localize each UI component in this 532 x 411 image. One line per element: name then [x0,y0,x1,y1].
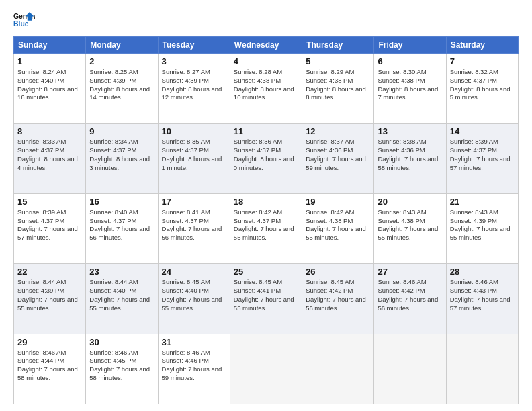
day-number: 7 [450,56,515,66]
day-number: 16 [89,197,154,207]
calendar-cell: 12Sunrise: 8:37 AM Sunset: 4:36 PM Dayli… [302,124,374,193]
calendar-cell [230,334,302,404]
calendar-week-1: 1Sunrise: 8:24 AM Sunset: 4:40 PM Daylig… [14,54,519,124]
cell-sun-info: Sunrise: 8:27 AM Sunset: 4:39 PM Dayligh… [162,68,226,102]
logo-icon: General Blue [13,11,35,30]
cell-sun-info: Sunrise: 8:35 AM Sunset: 4:37 PM Dayligh… [162,138,226,172]
day-number: 23 [89,267,154,277]
calendar-cell: 22Sunrise: 8:44 AM Sunset: 4:39 PM Dayli… [14,264,86,334]
calendar-table: SundayMondayTuesdayWednesdayThursdayFrid… [13,36,519,404]
cell-sun-info: Sunrise: 8:45 AM Sunset: 4:42 PM Dayligh… [306,278,370,312]
cell-sun-info: Sunrise: 8:42 AM Sunset: 4:37 PM Dayligh… [234,208,298,242]
day-number: 29 [17,337,82,347]
cell-sun-info: Sunrise: 8:32 AM Sunset: 4:37 PM Dayligh… [450,68,515,102]
day-number: 22 [17,267,82,277]
calendar-cell: 23Sunrise: 8:44 AM Sunset: 4:40 PM Dayli… [86,264,158,334]
day-number: 26 [306,267,370,277]
weekday-header-row: SundayMondayTuesdayWednesdayThursdayFrid… [14,37,519,54]
calendar-cell: 15Sunrise: 8:39 AM Sunset: 4:37 PM Dayli… [14,193,86,263]
page-header: General Blue [13,11,519,30]
calendar-cell: 5Sunrise: 8:29 AM Sunset: 4:38 PM Daylig… [302,54,374,124]
cell-sun-info: Sunrise: 8:46 AM Sunset: 4:44 PM Dayligh… [17,349,82,383]
logo: General Blue [13,11,35,30]
cell-sun-info: Sunrise: 8:33 AM Sunset: 4:37 PM Dayligh… [17,138,82,172]
cell-sun-info: Sunrise: 8:36 AM Sunset: 4:37 PM Dayligh… [234,138,298,172]
cell-sun-info: Sunrise: 8:29 AM Sunset: 4:38 PM Dayligh… [306,68,370,102]
calendar-cell [446,334,518,404]
calendar-cell: 3Sunrise: 8:27 AM Sunset: 4:39 PM Daylig… [158,54,230,124]
calendar-cell: 7Sunrise: 8:32 AM Sunset: 4:37 PM Daylig… [446,54,518,124]
cell-sun-info: Sunrise: 8:24 AM Sunset: 4:40 PM Dayligh… [17,68,82,102]
calendar-cell [302,334,374,404]
cell-sun-info: Sunrise: 8:39 AM Sunset: 4:37 PM Dayligh… [450,138,515,172]
day-number: 5 [306,56,370,66]
cell-sun-info: Sunrise: 8:28 AM Sunset: 4:38 PM Dayligh… [234,68,298,102]
cell-sun-info: Sunrise: 8:39 AM Sunset: 4:37 PM Dayligh… [17,208,82,242]
cell-sun-info: Sunrise: 8:40 AM Sunset: 4:37 PM Dayligh… [89,208,154,242]
cell-sun-info: Sunrise: 8:42 AM Sunset: 4:38 PM Dayligh… [306,208,370,242]
cell-sun-info: Sunrise: 8:44 AM Sunset: 4:39 PM Dayligh… [17,278,82,312]
weekday-header-friday: Friday [374,37,446,54]
calendar-cell: 18Sunrise: 8:42 AM Sunset: 4:37 PM Dayli… [230,193,302,263]
day-number: 30 [89,337,154,347]
calendar-cell: 10Sunrise: 8:35 AM Sunset: 4:37 PM Dayli… [158,124,230,193]
day-number: 28 [450,267,515,277]
cell-sun-info: Sunrise: 8:46 AM Sunset: 4:43 PM Dayligh… [450,278,515,312]
weekday-header-wednesday: Wednesday [230,37,302,54]
calendar-cell: 6Sunrise: 8:30 AM Sunset: 4:38 PM Daylig… [374,54,446,124]
calendar-cell: 24Sunrise: 8:45 AM Sunset: 4:40 PM Dayli… [158,264,230,334]
cell-sun-info: Sunrise: 8:38 AM Sunset: 4:36 PM Dayligh… [378,138,442,172]
day-number: 11 [234,126,298,136]
day-number: 31 [162,337,226,347]
calendar-cell: 4Sunrise: 8:28 AM Sunset: 4:38 PM Daylig… [230,54,302,124]
day-number: 27 [378,267,442,277]
day-number: 14 [450,126,515,136]
day-number: 12 [306,126,370,136]
calendar-cell: 27Sunrise: 8:46 AM Sunset: 4:42 PM Dayli… [374,264,446,334]
weekday-header-saturday: Saturday [446,37,518,54]
cell-sun-info: Sunrise: 8:34 AM Sunset: 4:37 PM Dayligh… [89,138,154,172]
calendar-cell: 20Sunrise: 8:43 AM Sunset: 4:38 PM Dayli… [374,193,446,263]
day-number: 17 [162,197,226,207]
calendar-cell: 30Sunrise: 8:46 AM Sunset: 4:45 PM Dayli… [86,334,158,404]
day-number: 25 [234,267,298,277]
cell-sun-info: Sunrise: 8:45 AM Sunset: 4:40 PM Dayligh… [162,278,226,312]
calendar-cell: 14Sunrise: 8:39 AM Sunset: 4:37 PM Dayli… [446,124,518,193]
cell-sun-info: Sunrise: 8:25 AM Sunset: 4:39 PM Dayligh… [89,68,154,102]
calendar-week-3: 15Sunrise: 8:39 AM Sunset: 4:37 PM Dayli… [14,193,519,263]
calendar-week-2: 8Sunrise: 8:33 AM Sunset: 4:37 PM Daylig… [14,124,519,193]
calendar-cell: 19Sunrise: 8:42 AM Sunset: 4:38 PM Dayli… [302,193,374,263]
weekday-header-sunday: Sunday [14,37,86,54]
day-number: 9 [89,126,154,136]
calendar-week-4: 22Sunrise: 8:44 AM Sunset: 4:39 PM Dayli… [14,264,519,334]
day-number: 19 [306,197,370,207]
calendar-cell: 28Sunrise: 8:46 AM Sunset: 4:43 PM Dayli… [446,264,518,334]
calendar-cell: 25Sunrise: 8:45 AM Sunset: 4:41 PM Dayli… [230,264,302,334]
calendar-cell: 1Sunrise: 8:24 AM Sunset: 4:40 PM Daylig… [14,54,86,124]
calendar-cell: 21Sunrise: 8:43 AM Sunset: 4:39 PM Dayli… [446,193,518,263]
svg-text:Blue: Blue [13,20,29,28]
calendar-cell: 13Sunrise: 8:38 AM Sunset: 4:36 PM Dayli… [374,124,446,193]
day-number: 6 [378,56,442,66]
cell-sun-info: Sunrise: 8:37 AM Sunset: 4:36 PM Dayligh… [306,138,370,172]
calendar-cell: 8Sunrise: 8:33 AM Sunset: 4:37 PM Daylig… [14,124,86,193]
calendar-cell: 31Sunrise: 8:46 AM Sunset: 4:46 PM Dayli… [158,334,230,404]
cell-sun-info: Sunrise: 8:45 AM Sunset: 4:41 PM Dayligh… [234,278,298,312]
day-number: 8 [17,126,82,136]
weekday-header-monday: Monday [86,37,158,54]
calendar-cell: 17Sunrise: 8:41 AM Sunset: 4:37 PM Dayli… [158,193,230,263]
calendar-page: General Blue SundayMondayTuesdayWednesda… [0,0,532,411]
calendar-cell: 26Sunrise: 8:45 AM Sunset: 4:42 PM Dayli… [302,264,374,334]
cell-sun-info: Sunrise: 8:44 AM Sunset: 4:40 PM Dayligh… [89,278,154,312]
cell-sun-info: Sunrise: 8:46 AM Sunset: 4:45 PM Dayligh… [89,349,154,383]
calendar-cell: 9Sunrise: 8:34 AM Sunset: 4:37 PM Daylig… [86,124,158,193]
calendar-cell: 16Sunrise: 8:40 AM Sunset: 4:37 PM Dayli… [86,193,158,263]
day-number: 21 [450,197,515,207]
cell-sun-info: Sunrise: 8:30 AM Sunset: 4:38 PM Dayligh… [378,68,442,102]
day-number: 4 [234,56,298,66]
cell-sun-info: Sunrise: 8:43 AM Sunset: 4:39 PM Dayligh… [450,208,515,242]
cell-sun-info: Sunrise: 8:43 AM Sunset: 4:38 PM Dayligh… [378,208,442,242]
day-number: 3 [162,56,226,66]
day-number: 20 [378,197,442,207]
day-number: 18 [234,197,298,207]
